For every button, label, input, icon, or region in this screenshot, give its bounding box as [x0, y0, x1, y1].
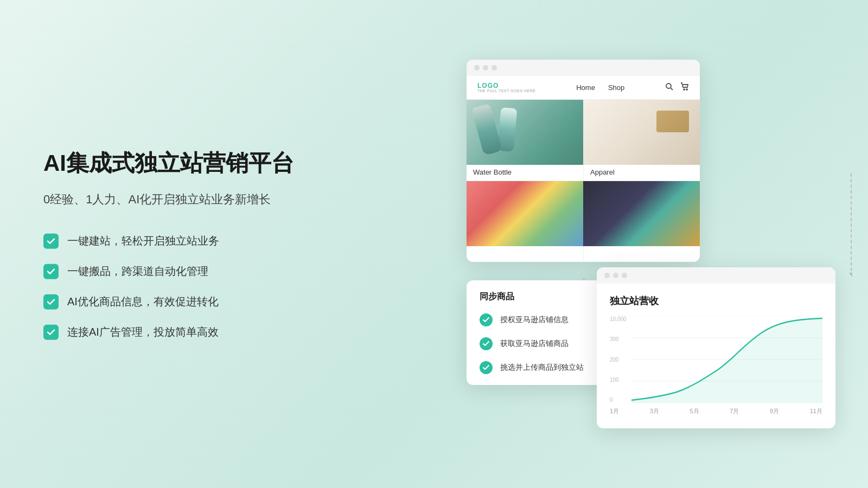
product-card-apparel[interactable]: Apparel [583, 100, 700, 181]
product-label-patterns [467, 246, 583, 262]
menu-shop[interactable]: Shop [608, 84, 624, 92]
check-icon-1 [43, 233, 59, 248]
browser-titlebar [467, 60, 700, 76]
chart-titlebar [597, 267, 835, 284]
sync-step-text-3: 挑选并上传商品到独立站 [500, 363, 584, 373]
product-image-apparel [583, 100, 700, 165]
browser-dot-green [492, 65, 497, 70]
chart-x-labels: 1月 3月 5月 7月 9月 11月 [610, 407, 822, 415]
sync-check-2 [480, 337, 493, 350]
product-card-water-bottle[interactable]: Water Bottle [467, 100, 583, 181]
x-label-mar: 3月 [650, 407, 659, 415]
sync-step-text-1: 授权亚马逊店铺信息 [500, 315, 569, 325]
y-label-300: 300 [610, 336, 631, 342]
product-image-gear [583, 181, 700, 246]
left-content: AI集成式独立站营销平台 0经验、1人力、AI化开启独立站业务新增长 一键建站，… [43, 149, 294, 340]
chart-dot-1 [604, 273, 610, 278]
feature-item-3: AI优化商品信息，有效促进转化 [43, 294, 294, 309]
feature-text-3: AI优化商品信息，有效促进转化 [67, 294, 219, 309]
product-label-apparel: Apparel [583, 165, 700, 181]
feature-item-4: 连接AI广告管理，投放简单高效 [43, 324, 294, 339]
y-label-200: 200 [610, 357, 631, 363]
feature-item-2: 一键搬品，跨渠道自动化管理 [43, 264, 294, 279]
shop-browser-window: LOGO THE FULL TEXT GOES HERE Home Shop W… [467, 60, 700, 262]
menu-home[interactable]: Home [576, 84, 595, 92]
cart-icon[interactable] [680, 82, 689, 93]
check-icon-2 [43, 264, 59, 279]
x-label-sep: 9月 [770, 407, 779, 415]
product-grid: Water Bottle Apparel [467, 100, 700, 262]
svg-point-2 [684, 89, 685, 90]
feature-text-4: 连接AI广告管理，投放简单高效 [67, 325, 219, 339]
chart-title: 独立站营收 [610, 294, 822, 307]
subtitle: 0经验、1人力、AI化开启独立站业务新增长 [43, 191, 294, 207]
svg-point-0 [666, 84, 671, 88]
svg-point-3 [686, 89, 687, 90]
product-label-water-bottle: Water Bottle [467, 165, 583, 181]
browser-icons [665, 82, 689, 93]
browser-dot-red [474, 65, 480, 70]
chart-svg [631, 316, 822, 403]
right-content: LOGO THE FULL TEXT GOES HERE Home Shop W… [467, 60, 835, 428]
check-icon-4 [43, 324, 59, 339]
y-label-max: 10,000 [610, 316, 631, 322]
feature-text-2: 一键搬品，跨渠道自动化管理 [67, 264, 208, 279]
shop-menu: Home Shop [576, 84, 624, 92]
chart-window: 独立站营收 10,000 300 200 100 0 [597, 267, 835, 428]
search-icon[interactable] [665, 82, 674, 93]
main-title: AI集成式独立站营销平台 [43, 149, 294, 178]
browser-nav: LOGO THE FULL TEXT GOES HERE Home Shop [467, 76, 700, 100]
chart-area: 10,000 300 200 100 0 [610, 316, 822, 403]
check-icon-3 [43, 294, 59, 309]
browser-dot-yellow [483, 65, 488, 70]
feature-item-1: 一键建站，轻松开启独立站业务 [43, 233, 294, 248]
x-label-nov: 11月 [810, 407, 822, 415]
x-label-may: 5月 [690, 407, 699, 415]
feature-list: 一键建站，轻松开启独立站业务 一键搬品，跨渠道自动化管理 AI优化商品信息，有效… [43, 233, 294, 339]
sync-step-text-2: 获取亚马逊店铺商品 [500, 339, 569, 349]
product-image-patterns [467, 181, 583, 246]
product-card-gear[interactable] [583, 181, 700, 262]
x-label-jul: 7月 [730, 407, 739, 415]
product-label-gear [583, 246, 700, 262]
arrow-right-vertical [851, 174, 852, 271]
shop-logo: LOGO THE FULL TEXT GOES HERE [477, 82, 535, 93]
arrow-down-head [849, 273, 852, 277]
sync-check-3 [480, 361, 493, 374]
product-image-water-bottle [467, 100, 583, 165]
chart-dot-2 [613, 273, 618, 278]
chart-dot-3 [622, 273, 627, 278]
y-label-100: 100 [610, 377, 631, 383]
svg-line-1 [671, 88, 673, 90]
feature-text-1: 一键建站，轻松开启独立站业务 [67, 234, 219, 248]
y-label-0: 0 [610, 397, 631, 403]
chart-y-labels: 10,000 300 200 100 0 [610, 316, 631, 403]
sync-check-1 [480, 313, 493, 326]
product-card-patterns[interactable] [467, 181, 583, 262]
x-label-jan: 1月 [610, 407, 619, 415]
